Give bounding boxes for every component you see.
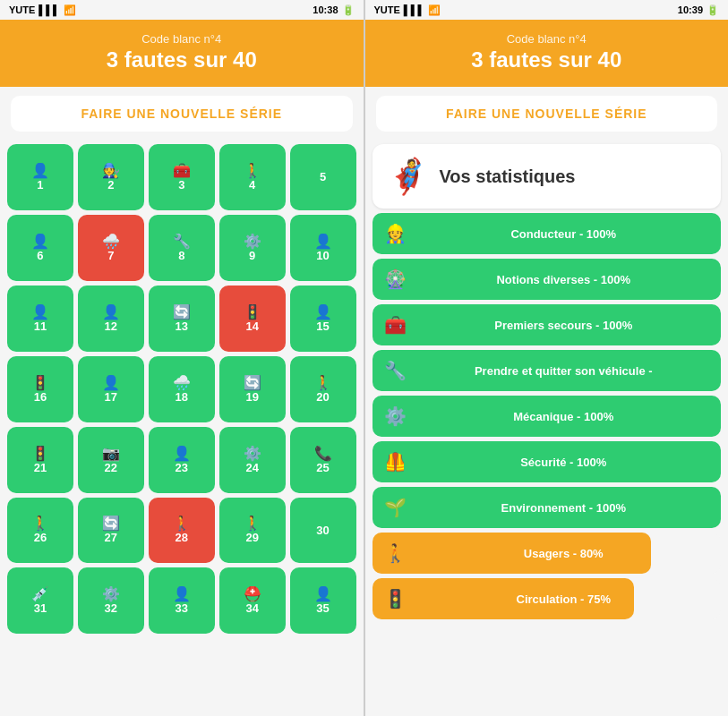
grid-cell-14[interactable]: 🚦14 (219, 286, 286, 352)
stat-label-3: Prendre et quitter son véhicule - (417, 364, 711, 378)
grid-cell-27[interactable]: 🔄27 (78, 498, 144, 564)
cell-icon-6: 👤 (31, 234, 49, 249)
left-grid: 👤1🧑‍🔧2🧰3🚶45👤6🌧️7🔧8⚙️9👤10👤11👤12🔄13🚦14👤15🚦… (7, 144, 356, 634)
stat-label-7: Usagers - 80% (417, 547, 711, 560)
left-signal: ▌▌▌ (39, 4, 59, 15)
stat-row-4: ⚙️Mécanique - 100% (373, 396, 722, 437)
grid-cell-31[interactable]: 💉31 (7, 567, 73, 634)
cell-icon-27: 🔄 (102, 516, 120, 531)
stat-row-1: 🎡Notions diverses - 100% (373, 259, 722, 300)
cell-num-13: 13 (176, 320, 188, 332)
grid-cell-1[interactable]: 👤1 (7, 144, 73, 210)
grid-cell-9[interactable]: ⚙️9 (219, 215, 286, 281)
cell-icon-4: 🚶 (244, 164, 261, 178)
grid-cell-2[interactable]: 🧑‍🔧2 (78, 144, 144, 210)
cell-num-26: 26 (34, 532, 47, 543)
cell-num-19: 19 (245, 391, 258, 403)
grid-cell-24[interactable]: ⚙️24 (219, 427, 286, 493)
grid-cell-16[interactable]: 🚦16 (7, 356, 73, 422)
stat-icon-7: 🚶 (383, 542, 408, 564)
right-wifi: 📶 (428, 4, 441, 16)
grid-cell-12[interactable]: 👤12 (78, 286, 144, 352)
right-phone: YUTE ▌▌▌ 📶 10:39 🔋 Code blanc n°4 3 faut… (364, 0, 729, 716)
stat-row-0: 👷Conducteur - 100% (373, 213, 722, 254)
stat-label-6: Environnement - 100% (417, 501, 711, 515)
grid-cell-20[interactable]: 🚶20 (290, 356, 356, 422)
stat-icon-2: 🧰 (383, 314, 408, 336)
left-header-main: 3 fautes sur 40 (11, 47, 353, 72)
cell-icon-13: 🔄 (173, 305, 191, 320)
grid-cell-13[interactable]: 🔄13 (149, 286, 215, 352)
cell-num-11: 11 (34, 320, 47, 332)
cell-icon-12: 👤 (102, 305, 120, 320)
right-status-bar: YUTE ▌▌▌ 📶 10:39 🔋 (365, 0, 729, 20)
grid-cell-26[interactable]: 🚶26 (7, 498, 73, 564)
left-new-series-button[interactable]: FAIRE UNE NOUVELLE SÉRIE (11, 96, 353, 132)
cell-num-17: 17 (105, 391, 117, 403)
cell-num-31: 31 (34, 602, 47, 614)
stat-label-8: Circulation - 75% (417, 592, 711, 606)
cell-icon-1: 👤 (31, 164, 49, 178)
stat-row-7: 🚶Usagers - 80% (373, 533, 722, 574)
grid-cell-4[interactable]: 🚶4 (219, 144, 286, 210)
grid-cell-28[interactable]: 🚶28 (149, 498, 215, 564)
grid-cell-22[interactable]: 📷22 (78, 427, 144, 493)
grid-cell-5[interactable]: 5 (290, 144, 356, 210)
stat-row-6: 🌱Environnement - 100% (373, 487, 722, 528)
cell-num-18: 18 (176, 391, 188, 403)
right-time: 10:39 (678, 4, 703, 15)
cell-num-7: 7 (107, 250, 114, 261)
grid-cell-10[interactable]: 👤10 (290, 215, 356, 281)
cell-icon-28: 🚶 (173, 516, 191, 531)
stat-icon-4: ⚙️ (383, 405, 408, 427)
cell-icon-29: 🚶 (244, 516, 261, 531)
cell-num-9: 9 (249, 250, 255, 261)
left-time: 10:38 (313, 4, 338, 15)
cell-num-29: 29 (245, 532, 258, 543)
grid-cell-3[interactable]: 🧰3 (149, 144, 215, 210)
cell-num-25: 25 (316, 462, 329, 473)
cell-num-20: 20 (316, 391, 329, 403)
grid-cell-34[interactable]: ⛑️34 (219, 567, 286, 634)
cell-icon-3: 🧰 (173, 164, 191, 178)
grid-cell-19[interactable]: 🔄19 (219, 356, 286, 422)
stats-hero-icon: 🦸 (387, 157, 429, 196)
grid-cell-30[interactable]: 30 (290, 498, 356, 564)
stat-icon-6: 🌱 (383, 497, 408, 518)
right-header-main: 3 fautes sur 40 (376, 47, 718, 72)
cell-num-10: 10 (316, 250, 329, 261)
grid-cell-32[interactable]: ⚙️32 (78, 567, 144, 634)
cell-num-5: 5 (320, 171, 326, 183)
grid-cell-21[interactable]: 🚦21 (7, 427, 73, 493)
grid-cell-23[interactable]: 👤23 (149, 427, 215, 493)
cell-icon-32: ⚙️ (102, 587, 120, 601)
left-header: Code blanc n°4 3 fautes sur 40 (0, 20, 364, 87)
stats-rows-container: 👷Conducteur - 100%🎡Notions diverses - 10… (373, 213, 722, 624)
grid-cell-6[interactable]: 👤6 (7, 215, 73, 281)
grid-cell-7[interactable]: 🌧️7 (78, 215, 144, 281)
grid-cell-15[interactable]: 👤15 (290, 286, 356, 352)
grid-cell-8[interactable]: 🔧8 (149, 215, 215, 281)
left-phone: YUTE ▌▌▌ 📶 10:38 🔋 Code blanc n°4 3 faut… (0, 0, 364, 716)
stat-icon-5: 🦺 (383, 451, 408, 473)
cell-icon-20: 🚶 (314, 376, 332, 390)
grid-cell-33[interactable]: 👤33 (149, 567, 215, 634)
right-new-series-button[interactable]: FAIRE UNE NOUVELLE SÉRIE (376, 96, 718, 132)
stat-row-8: 🚦Circulation - 75% (373, 578, 722, 619)
cell-icon-23: 👤 (173, 447, 191, 461)
cell-icon-8: 🔧 (173, 234, 191, 249)
grid-cell-29[interactable]: 🚶29 (219, 498, 286, 564)
grid-cell-11[interactable]: 👤11 (7, 286, 73, 352)
stat-icon-0: 👷 (383, 223, 408, 244)
cell-num-33: 33 (176, 602, 188, 614)
grid-cell-18[interactable]: 🌧️18 (149, 356, 215, 422)
cell-num-27: 27 (105, 532, 117, 543)
left-wifi: 📶 (64, 4, 76, 16)
grid-cell-17[interactable]: 👤17 (78, 356, 144, 422)
stats-header-card: 🦸 Vos statistiques (373, 144, 722, 209)
cell-num-2: 2 (107, 179, 114, 191)
cell-icon-34: ⛑️ (244, 587, 261, 601)
grid-cell-25[interactable]: 📞25 (290, 427, 356, 493)
grid-cell-35[interactable]: 👤35 (290, 567, 356, 634)
cell-icon-16: 🚦 (31, 376, 49, 390)
